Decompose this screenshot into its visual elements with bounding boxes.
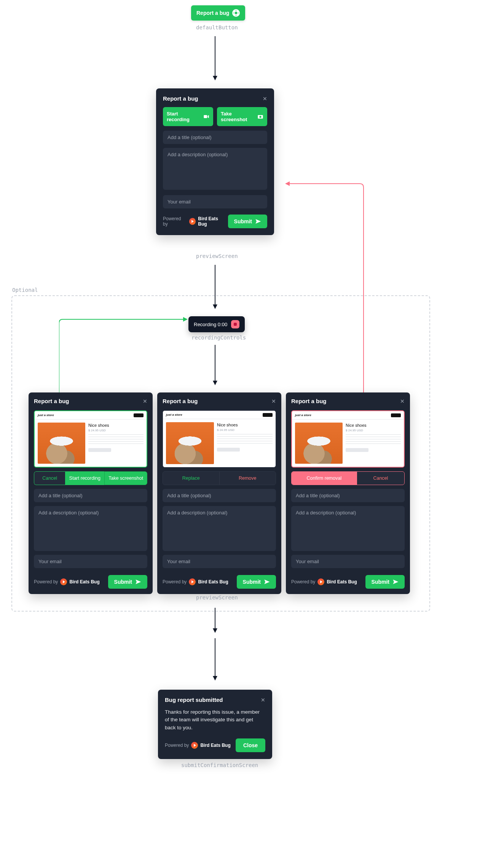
cart-icon (263, 413, 273, 417)
take-screenshot-button[interactable]: Take screenshot (104, 471, 147, 485)
preview-panel-variant-a: Report a bug ✕ just a store Nice shoes $… (29, 392, 153, 594)
confirm-removal-button[interactable]: Confirm removal (292, 472, 357, 485)
send-icon (135, 579, 141, 585)
brand-logo-icon (191, 742, 198, 749)
report-bug-label: Report a bug (196, 10, 229, 16)
close-icon[interactable]: ✕ (261, 697, 265, 703)
action-bar: Confirm removal Cancel (291, 471, 405, 485)
svg-marker-18 (213, 628, 217, 633)
panel-title: Report a bug (163, 398, 198, 404)
close-icon[interactable]: ✕ (400, 398, 405, 404)
submit-button[interactable]: Submit (108, 575, 147, 589)
send-icon (264, 579, 270, 585)
description-input[interactable] (163, 506, 276, 551)
confirmation-caption: submitConfirmationScreen (181, 762, 258, 768)
product-image (295, 423, 343, 464)
flow-arrow (211, 36, 220, 82)
default-button-caption: defaultButton (196, 24, 238, 30)
email-input[interactable] (291, 555, 405, 568)
brand-logo-icon (60, 578, 67, 585)
preview-panel-variant-c: Report a bug ✕ just a store Nice shoes $… (286, 392, 410, 594)
product-image (166, 422, 214, 464)
description-input[interactable] (291, 506, 405, 551)
panel-title: Report a bug (163, 95, 198, 102)
confirmation-panel: Bug report submitted ✕ Thanks for report… (158, 690, 272, 759)
powered-by: Powered by Bird Eats Bug (163, 216, 228, 227)
svg-rect-7 (204, 115, 207, 118)
start-recording-button[interactable]: Start recording (65, 471, 104, 485)
brand-logo-icon (189, 578, 196, 585)
submit-button[interactable]: Submit (365, 575, 405, 589)
title-input[interactable] (291, 489, 405, 502)
svg-marker-8 (207, 115, 209, 118)
flow-arrow (211, 345, 220, 387)
add-to-cart-placeholder (88, 448, 111, 452)
svg-marker-16 (213, 381, 217, 385)
cart-icon (391, 413, 401, 417)
preview-panel: Report a bug ✕ Start recording Take scre… (156, 88, 274, 235)
remove-button[interactable]: Remove (219, 472, 276, 485)
svg-marker-13 (183, 317, 188, 322)
stop-recording-button[interactable] (231, 320, 239, 328)
title-input[interactable] (163, 489, 276, 502)
close-icon[interactable]: ✕ (271, 398, 276, 404)
camera-icon (257, 114, 263, 120)
submit-button[interactable]: Submit (237, 575, 276, 589)
video-icon (203, 114, 209, 120)
panel-title: Bug report submitted (165, 697, 223, 703)
preview-panel-variant-b: Report a bug ✕ just a store Nice shoes $… (157, 392, 281, 594)
cancel-button[interactable]: Cancel (357, 472, 404, 485)
optional-label: Optional (12, 287, 38, 293)
svg-marker-20 (213, 676, 217, 681)
preview-caption-2: previewScreen (196, 594, 238, 601)
send-icon (392, 579, 399, 585)
close-icon[interactable]: ✕ (263, 96, 267, 102)
recording-caption: recordingControls (191, 335, 246, 341)
report-bug-button[interactable]: Report a bug (191, 5, 245, 21)
cancel-button[interactable]: Cancel (34, 471, 65, 485)
panel-title: Report a bug (34, 398, 69, 404)
flow-arrow (211, 608, 220, 634)
panel-title: Report a bug (291, 398, 327, 404)
action-bar: Cancel Start recording Take screenshot (34, 471, 147, 485)
cart-icon (134, 413, 144, 417)
screenshot-preview: just a store Nice shoes $ 24.95 USD (291, 410, 405, 468)
flow-arrow (211, 638, 220, 682)
description-input[interactable] (163, 148, 267, 190)
svg-point-10 (259, 116, 261, 118)
confirmation-body: Thanks for reporting this issue, a membe… (165, 708, 265, 732)
product-image (38, 423, 85, 464)
screenshot-preview: just a store Nice shoes $ 24.95 USD (34, 410, 147, 468)
take-screenshot-button[interactable]: Take screenshot (217, 107, 267, 126)
submit-button[interactable]: Submit (228, 215, 267, 228)
svg-marker-6 (213, 76, 217, 80)
bug-icon (232, 9, 240, 17)
replace-button[interactable]: Replace (163, 472, 219, 485)
description-input[interactable] (34, 506, 147, 551)
brand-logo-icon (189, 218, 196, 225)
action-bar: Replace Remove (163, 471, 276, 485)
preview-caption: previewScreen (196, 253, 238, 259)
title-input[interactable] (34, 489, 147, 502)
recording-controls: Recording 0:00 (188, 316, 245, 332)
send-icon (255, 218, 261, 224)
close-button[interactable]: Close (236, 738, 265, 752)
title-input[interactable] (163, 131, 267, 144)
preview-variants-row: Report a bug ✕ just a store Nice shoes $… (29, 392, 410, 594)
email-input[interactable] (163, 195, 267, 208)
svg-marker-14 (285, 181, 290, 186)
recording-timer: Recording 0:00 (194, 322, 227, 327)
email-input[interactable] (34, 555, 147, 568)
svg-point-0 (235, 12, 238, 14)
email-input[interactable] (163, 555, 276, 568)
brand-logo-icon (317, 578, 324, 585)
close-icon[interactable]: ✕ (143, 398, 147, 404)
start-recording-button[interactable]: Start recording (163, 107, 213, 126)
screenshot-preview: just a store Nice shoes $ 24.95 USD (163, 410, 276, 468)
